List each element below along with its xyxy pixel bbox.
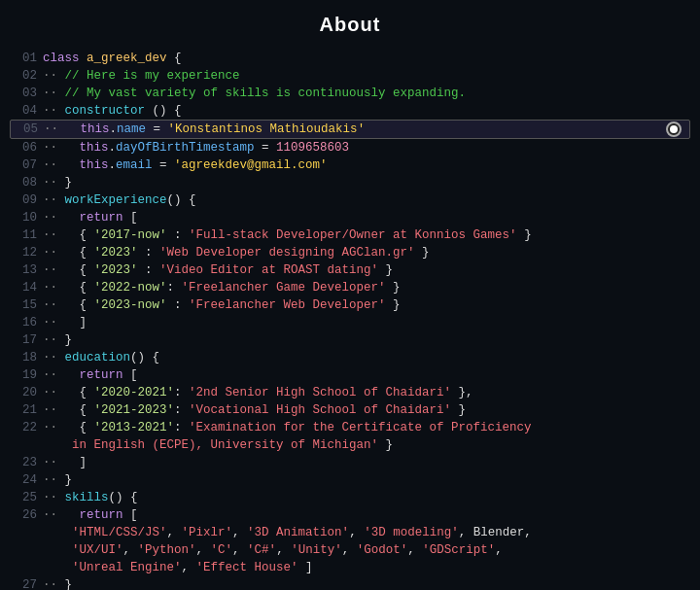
line-content-08: ·· }: [43, 174, 690, 191]
code-line-26: 26 ·· return [ 'HTML/CSS/JS', 'Pixlr', '…: [10, 506, 690, 576]
line-num-14: 14: [10, 279, 37, 296]
code-line-08: 08 ·· }: [10, 174, 690, 191]
code-line-27: 27 ·· }: [10, 576, 690, 590]
line-num-24: 24: [10, 471, 37, 489]
line-content-17: ·· }: [43, 331, 690, 349]
line-num-20: 20: [10, 384, 37, 401]
code-line-07: 07 ·· this.email = 'agreekdev@gmail.com': [10, 156, 690, 174]
code-line-05: 05 ·· this.name = 'Konstantinos Mathioud…: [10, 120, 690, 139]
line-content-24: ·· }: [43, 471, 690, 489]
line-content-07: ·· this.email = 'agreekdev@gmail.com': [43, 156, 690, 174]
line-num-08: 08: [10, 174, 37, 191]
line-content-26: ·· return [ 'HTML/CSS/JS', 'Pixlr', '3D …: [43, 506, 690, 576]
line-num-13: 13: [10, 261, 37, 279]
line-num-04: 04: [10, 102, 37, 120]
code-line-01: 01 class a_greek_dev {: [10, 50, 690, 67]
code-line-12: 12 ·· { '2023' : 'Web Developer designin…: [10, 244, 690, 261]
code-line-25: 25 ·· skills() {: [10, 489, 690, 506]
line-num-21: 21: [10, 401, 37, 419]
line-num-23: 23: [10, 454, 37, 471]
line-num-07: 07: [10, 156, 37, 174]
code-line-11: 11 ·· { '2017-now' : 'Full-stack Develop…: [10, 226, 690, 244]
line-num-09: 09: [10, 191, 37, 209]
radio-indicator: [666, 121, 682, 137]
line-num-15: 15: [10, 296, 37, 314]
code-line-18: 18 ·· education() {: [10, 349, 690, 366]
line-content-12: ·· { '2023' : 'Web Developer designing A…: [43, 244, 690, 261]
code-line-14: 14 ·· { '2022-now': 'Freelancher Game De…: [10, 279, 690, 296]
line-num-18: 18: [10, 349, 37, 366]
line-content-13: ·· { '2023' : 'Video Editor at ROAST dat…: [43, 261, 690, 279]
code-line-13: 13 ·· { '2023' : 'Video Editor at ROAST …: [10, 261, 690, 279]
page-container: About 01 class a_greek_dev { 02 ·· // He…: [0, 0, 700, 590]
line-num-25: 25: [10, 489, 37, 506]
line-content-25: ·· skills() {: [43, 489, 690, 506]
line-num-22: 22: [10, 419, 37, 436]
line-num-16: 16: [10, 314, 37, 331]
line-content-04: ·· constructor () {: [43, 102, 690, 120]
code-line-19: 19 ·· return [: [10, 366, 690, 384]
line-num-02: 02: [10, 67, 37, 85]
line-content-19: ·· return [: [43, 366, 690, 384]
code-line-06: 06 ·· this.dayOfBirthTimestamp = 1109658…: [10, 139, 690, 156]
code-line-16: 16 ·· ]: [10, 314, 690, 331]
line-content-03: ·· // My vast variety of skills is conti…: [43, 85, 690, 102]
code-line-03: 03 ·· // My vast variety of skills is co…: [10, 85, 690, 102]
page-title: About: [0, 0, 700, 46]
code-line-21: 21 ·· { '2021-2023': 'Vocational High Sc…: [10, 401, 690, 419]
line-content-02: ·· // Here is my experience: [43, 67, 690, 85]
code-line-02: 02 ·· // Here is my experience: [10, 67, 690, 85]
line-num-03: 03: [10, 85, 37, 102]
line-content-23: ·· ]: [43, 454, 690, 471]
code-line-22: 22 ·· { '2013-2021': 'Examination for th…: [10, 419, 690, 454]
line-num-12: 12: [10, 244, 37, 261]
line-content-21: ·· { '2021-2023': 'Vocational High Schoo…: [43, 401, 690, 419]
line-content-18: ·· education() {: [43, 349, 690, 366]
code-line-20: 20 ·· { '2020-2021': '2nd Senior High Sc…: [10, 384, 690, 401]
line-content-09: ·· workExperience() {: [43, 191, 690, 209]
line-content-05: ·· this.name = 'Konstantinos Mathioudaki…: [44, 121, 689, 138]
code-line-17: 17 ·· }: [10, 331, 690, 349]
code-line-24: 24 ·· }: [10, 471, 690, 489]
line-content-15: ·· { '2023-now' : 'Freelancher Web Devel…: [43, 296, 690, 314]
code-line-09: 09 ·· workExperience() {: [10, 191, 690, 209]
line-num-10: 10: [10, 209, 37, 226]
line-content-14: ·· { '2022-now': 'Freelancher Game Devel…: [43, 279, 690, 296]
code-line-10: 10 ·· return [: [10, 209, 690, 226]
line-content-16: ·· ]: [43, 314, 690, 331]
line-content-10: ·· return [: [43, 209, 690, 226]
line-num-11: 11: [10, 226, 37, 244]
code-line-04: 04 ·· constructor () {: [10, 102, 690, 120]
line-content-11: ·· { '2017-now' : 'Full-stack Developer/…: [43, 226, 690, 244]
line-content-01: class a_greek_dev {: [43, 50, 690, 67]
line-num-01: 01: [10, 50, 37, 67]
line-content-06: ·· this.dayOfBirthTimestamp = 1109658603: [43, 139, 690, 156]
line-num-27: 27: [10, 576, 37, 590]
line-num-06: 06: [10, 139, 37, 156]
line-content-20: ·· { '2020-2021': '2nd Senior High Schoo…: [43, 384, 690, 401]
code-line-23: 23 ·· ]: [10, 454, 690, 471]
code-line-15: 15 ·· { '2023-now' : 'Freelancher Web De…: [10, 296, 690, 314]
line-num-17: 17: [10, 331, 37, 349]
line-num-26: 26: [10, 506, 37, 524]
code-area: 01 class a_greek_dev { 02 ·· // Here is …: [0, 46, 700, 590]
line-num-19: 19: [10, 366, 37, 384]
line-content-27: ·· }: [43, 576, 690, 590]
line-num-05: 05: [11, 121, 38, 138]
line-content-22: ·· { '2013-2021': 'Examination for the C…: [43, 419, 690, 454]
